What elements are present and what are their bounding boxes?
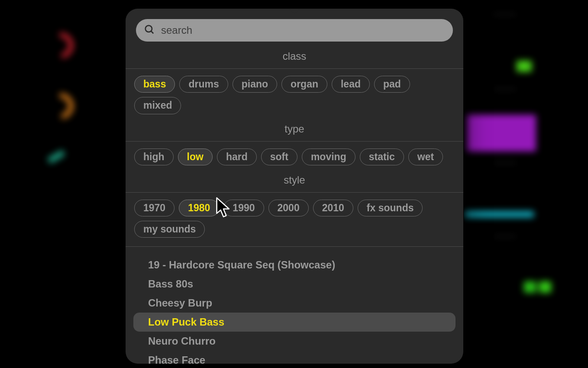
- filter-pill-1990[interactable]: 1990: [223, 200, 264, 216]
- filter-pill-high[interactable]: high: [134, 148, 174, 165]
- result-item[interactable]: Neuro Churro: [133, 332, 456, 351]
- result-item[interactable]: Cheesy Burp: [133, 294, 456, 313]
- search-field[interactable]: [136, 19, 453, 42]
- svg-point-0: [145, 26, 152, 32]
- filter-pill-static[interactable]: static: [360, 148, 404, 165]
- class-pills: bassdrumspianoorganleadpadmixed: [126, 76, 463, 114]
- section-title-style: style: [126, 174, 463, 186]
- filter-pill-hard[interactable]: hard: [217, 148, 257, 165]
- filter-pill-moving[interactable]: moving: [302, 148, 355, 165]
- result-item[interactable]: 19 - Hardcore Square Seq (Showcase): [133, 255, 456, 274]
- filter-pill-2010[interactable]: 2010: [313, 200, 353, 216]
- wave-icon: [47, 150, 65, 164]
- type-pills: highlowhardsoftmovingstaticwet: [126, 148, 463, 165]
- filter-pill-fx-sounds[interactable]: fx sounds: [358, 200, 423, 216]
- result-item[interactable]: Low Puck Bass: [133, 313, 456, 332]
- knob-icon: [42, 27, 79, 64]
- search-input[interactable]: [155, 24, 445, 36]
- filter-pill-drums[interactable]: drums: [179, 76, 228, 93]
- results-list: 19 - Hardcore Square Seq (Showcase)Bass …: [126, 254, 463, 364]
- divider: [126, 141, 463, 142]
- knob-icon: [42, 88, 79, 125]
- svg-line-1: [151, 31, 153, 33]
- divider: [126, 192, 463, 193]
- filter-pill-bass[interactable]: bass: [134, 76, 175, 93]
- filter-pill-2000[interactable]: 2000: [268, 200, 309, 216]
- section-title-type: type: [126, 123, 463, 135]
- result-item[interactable]: Bass 80s: [133, 274, 456, 294]
- filter-pill-soft[interactable]: soft: [261, 148, 297, 165]
- clip: [465, 211, 534, 217]
- result-item[interactable]: Phase Face: [133, 351, 456, 364]
- filter-pill-low[interactable]: low: [178, 148, 213, 165]
- filter-pill-pad[interactable]: pad: [374, 76, 410, 93]
- filter-pill-lead[interactable]: lead: [332, 76, 370, 93]
- filter-pill-wet[interactable]: wet: [408, 148, 443, 165]
- preset-browser-panel: class bassdrumspianoorganleadpadmixed ty…: [126, 9, 463, 364]
- section-title-class: class: [126, 50, 463, 62]
- filter-pill-piano[interactable]: piano: [233, 76, 277, 93]
- filter-pill-1970[interactable]: 1970: [134, 200, 174, 216]
- clip: [467, 115, 536, 152]
- clip: [539, 281, 551, 293]
- divider: [126, 68, 463, 69]
- filter-pill-1980[interactable]: 1980: [179, 200, 219, 216]
- clip: [517, 61, 532, 72]
- filter-pill-organ[interactable]: organ: [281, 76, 327, 93]
- divider: [126, 246, 463, 247]
- filter-pill-my-sounds[interactable]: my sounds: [134, 221, 205, 238]
- filter-pill-mixed[interactable]: mixed: [134, 97, 181, 114]
- style-pills: 19701980199020002010fx soundsmy sounds: [126, 200, 463, 238]
- search-icon: [144, 24, 155, 37]
- clip: [524, 281, 536, 293]
